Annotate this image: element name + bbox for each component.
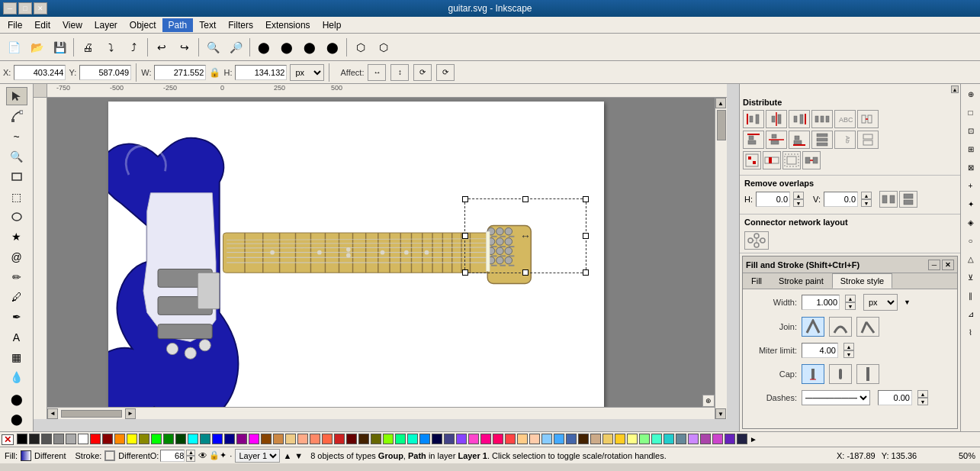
zoom-in-button[interactable]: 🔍 <box>202 37 223 58</box>
color-lightyellow[interactable] <box>627 434 638 444</box>
affect-btn-2[interactable]: ↕ <box>390 64 409 81</box>
snap-btn-1[interactable]: ⊕ <box>962 85 979 102</box>
v-spin-up[interactable]: ▲ <box>861 192 872 199</box>
panel-scroll-up[interactable]: ▲ <box>740 84 960 95</box>
tool-rect[interactable] <box>6 167 27 185</box>
handle-bm[interactable] <box>522 269 529 276</box>
miter-spin-down[interactable]: ▼ <box>843 350 854 358</box>
color-teal[interactable] <box>200 434 210 444</box>
handle-tm[interactable] <box>522 196 529 202</box>
tool-pencil[interactable]: ✏ <box>6 268 27 286</box>
dist-center-v[interactable] <box>766 131 787 149</box>
layer-up-btn[interactable]: ▲ <box>283 451 291 460</box>
zoom-fit-button[interactable]: ⊕ <box>702 395 715 407</box>
print-button[interactable]: 🖨 <box>77 37 98 58</box>
hscroll-thumb[interactable] <box>61 410 122 418</box>
hscroll-right[interactable]: ► <box>125 408 136 419</box>
eye-icon[interactable]: 👁 <box>198 450 207 461</box>
snap-btn-12[interactable]: ∥ <box>962 287 979 304</box>
menu-layer[interactable]: Layer <box>88 18 124 32</box>
menu-text[interactable]: Text <box>193 18 222 32</box>
color-skyblue[interactable] <box>554 434 564 444</box>
menu-filters[interactable]: Filters <box>222 18 259 32</box>
color-brown[interactable] <box>261 434 272 444</box>
color-olive[interactable] <box>371 434 381 444</box>
color-gray[interactable] <box>41 434 52 444</box>
group-button[interactable]: ⬡ <box>350 37 371 58</box>
color-turquoise[interactable] <box>664 434 674 444</box>
zoom-out-button[interactable]: 🔎 <box>225 37 246 58</box>
tool-star[interactable]: ★ <box>6 227 27 246</box>
color-khaki[interactable] <box>590 434 601 444</box>
handle-bl[interactable] <box>462 269 468 276</box>
width-spin-down[interactable]: ▼ <box>845 302 856 310</box>
color-beige[interactable] <box>285 434 296 444</box>
menu-file[interactable]: File <box>2 18 28 32</box>
undo-button[interactable]: ↩ <box>151 37 172 58</box>
dashes-spin-up[interactable]: ▲ <box>917 390 928 398</box>
color-plum[interactable] <box>700 434 711 444</box>
color-black[interactable] <box>17 434 27 444</box>
tab-stroke-paint[interactable]: Stroke paint <box>770 273 832 289</box>
dist-special-v[interactable] <box>857 131 879 149</box>
close-button[interactable]: ✕ <box>34 2 47 15</box>
dist-bottom-edges[interactable] <box>789 131 810 149</box>
dashes-spin-down[interactable]: ▼ <box>917 398 928 405</box>
color-lime[interactable] <box>151 434 162 444</box>
affect-btn-3[interactable]: ⟳ <box>413 64 432 81</box>
width-input[interactable] <box>802 295 840 310</box>
dist-baseline-v[interactable]: Ab <box>834 131 856 149</box>
y-input[interactable] <box>79 65 131 80</box>
minimize-button[interactable]: ─ <box>3 2 17 15</box>
color-springgreen[interactable] <box>395 434 406 444</box>
redo-button[interactable]: ↪ <box>174 37 195 58</box>
color-darkyellow[interactable] <box>139 434 149 444</box>
color-extradark[interactable] <box>737 434 747 444</box>
color-lightsalmon[interactable] <box>517 434 528 444</box>
width-unit-select[interactable]: pxmmpt <box>863 294 898 311</box>
handle-tl[interactable] <box>462 196 468 202</box>
center-handle-h[interactable]: ↔ <box>520 230 531 242</box>
color-maroon[interactable] <box>346 434 357 444</box>
hscroll-left[interactable]: ◄ <box>47 408 58 419</box>
opacity-down[interactable]: ▼ <box>186 456 195 462</box>
overlap-apply-h[interactable] <box>879 191 898 208</box>
menu-path[interactable]: Path <box>162 18 194 32</box>
h-spin-up[interactable]: ▲ <box>793 192 804 199</box>
dist-special-h[interactable] <box>857 110 879 128</box>
color-white[interactable] <box>78 434 88 444</box>
handle-ml[interactable] <box>462 233 468 239</box>
color-navy[interactable] <box>432 434 442 444</box>
color-gold[interactable] <box>615 434 625 444</box>
import-button[interactable]: ⤵ <box>100 37 121 58</box>
color-silver[interactable] <box>66 434 76 444</box>
cap-butt-btn[interactable] <box>802 364 824 384</box>
color-salmon[interactable] <box>310 434 320 444</box>
color-chartreuse[interactable] <box>383 434 394 444</box>
menu-help[interactable]: Help <box>316 18 348 32</box>
panel-minimize-btn[interactable]: ─ <box>928 260 940 270</box>
tool-tweak[interactable]: ~ <box>6 127 27 146</box>
color-magenta[interactable] <box>249 434 259 444</box>
dist-equal-h[interactable] <box>811 110 833 128</box>
tool-select[interactable] <box>6 87 27 105</box>
color-peach[interactable] <box>529 434 540 444</box>
layer-select[interactable]: Layer 1 <box>235 449 280 463</box>
dist-right-edges[interactable] <box>789 110 810 128</box>
handle-br[interactable] <box>583 269 589 276</box>
opacity-input[interactable] <box>160 450 185 462</box>
no-color-swatch[interactable]: ✕ <box>2 434 14 445</box>
x-input[interactable] <box>14 65 66 80</box>
tool-zoom[interactable]: 🔍 <box>6 147 27 166</box>
dist-top-edges[interactable] <box>743 131 764 149</box>
canvas-main[interactable]: ↔ ▲ ▼ ◄ ► ⊕ <box>47 98 727 419</box>
miter-spin-up[interactable]: ▲ <box>843 343 854 350</box>
color-orchid[interactable] <box>712 434 723 444</box>
color-rose[interactable] <box>505 434 516 444</box>
h-spin-down[interactable]: ▼ <box>793 199 804 207</box>
tool-ellipse[interactable] <box>6 208 27 226</box>
v-overlap-input[interactable] <box>824 192 858 207</box>
vscroll-down[interactable]: ▼ <box>715 408 726 419</box>
snap-btn-4[interactable]: ⊞ <box>962 140 979 157</box>
opacity-up[interactable]: ▲ <box>186 450 195 456</box>
